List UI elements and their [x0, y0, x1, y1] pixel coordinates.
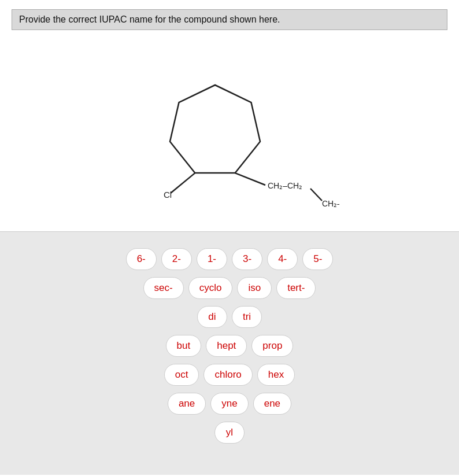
btn-ene[interactable]: ene	[253, 393, 291, 415]
question-text: Provide the correct IUPAC name for the c…	[19, 14, 280, 24]
btn-but[interactable]: but	[166, 335, 202, 357]
btn-chloro[interactable]: chloro	[203, 364, 252, 386]
btn-oct[interactable]: oct	[164, 364, 199, 386]
ch2ch3-label: CH₂–CH₃	[322, 199, 339, 208]
button-row-6: ane yne ene	[168, 393, 291, 415]
btn-1[interactable]: 1-	[197, 248, 227, 270]
top-section: Provide the correct IUPAC name for the c…	[0, 0, 459, 231]
cl-label: Cl	[164, 190, 172, 200]
btn-prop[interactable]: prop	[251, 335, 293, 357]
cycloheptane-ring	[170, 85, 260, 173]
btn-5[interactable]: 5-	[302, 248, 333, 270]
btn-2[interactable]: 2-	[161, 248, 192, 270]
btn-iso[interactable]: iso	[237, 277, 272, 299]
btn-hept[interactable]: hept	[206, 335, 247, 357]
chain-bond-1	[235, 173, 265, 185]
btn-yne[interactable]: yne	[210, 393, 248, 415]
cl-bond	[171, 173, 195, 193]
btn-di[interactable]: di	[197, 306, 227, 328]
button-grid: 6- 2- 1- 3- 4- 5- sec- cyclo iso tert- d…	[12, 248, 447, 444]
btn-tert[interactable]: tert-	[276, 277, 316, 299]
button-row-4: but hept prop	[166, 335, 294, 357]
button-row-2: sec- cyclo iso tert-	[143, 277, 316, 299]
btn-yl[interactable]: yl	[214, 422, 245, 444]
molecule-svg: Cl CH₂–CH₂ CH₂–CH₃	[120, 47, 339, 209]
btn-ane[interactable]: ane	[168, 393, 206, 415]
question-banner: Provide the correct IUPAC name for the c…	[12, 9, 447, 30]
btn-sec[interactable]: sec-	[143, 277, 184, 299]
btn-6[interactable]: 6-	[126, 248, 157, 270]
btn-tri[interactable]: tri	[232, 306, 262, 328]
ch2ch2-label: CH₂–CH₂	[268, 181, 302, 190]
button-row-1: 6- 2- 1- 3- 4- 5-	[126, 248, 334, 270]
button-row-7: yl	[214, 422, 245, 444]
button-row-5: oct chloro hex	[164, 364, 295, 386]
chain-bond-2	[310, 189, 322, 201]
btn-cyclo[interactable]: cyclo	[188, 277, 233, 299]
bottom-section: 6- 2- 1- 3- 4- 5- sec- cyclo iso tert- d…	[0, 232, 459, 475]
btn-4[interactable]: 4-	[267, 248, 298, 270]
btn-hex[interactable]: hex	[257, 364, 295, 386]
btn-3[interactable]: 3-	[232, 248, 262, 270]
button-row-3: di tri	[197, 306, 262, 328]
molecule-area: Cl CH₂–CH₂ CH₂–CH₃	[12, 42, 447, 221]
